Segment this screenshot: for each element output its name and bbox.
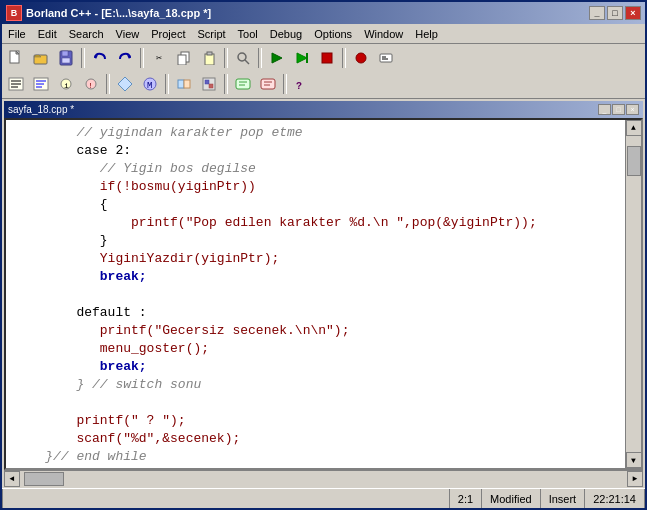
tb-stop[interactable] (315, 47, 339, 69)
menu-tool[interactable]: Tool (232, 24, 264, 43)
document-titlebar: sayfa_18.cpp * _ □ × (4, 101, 643, 118)
tb-undo[interactable] (88, 47, 112, 69)
svg-point-18 (356, 53, 366, 63)
inner-maximize[interactable]: □ (612, 104, 625, 115)
scroll-down-button[interactable]: ▼ (626, 452, 642, 468)
tb2-2[interactable] (29, 73, 53, 95)
scroll-right-button[interactable]: ► (627, 471, 643, 487)
tb2-sep-1 (106, 74, 110, 94)
code-line-16 (14, 394, 617, 412)
tb2-11[interactable] (231, 73, 255, 95)
menu-bar: File Edit Search View Project Script Too… (2, 24, 645, 44)
menu-help[interactable]: Help (409, 24, 444, 43)
code-line-18: scanf("%d",&secenek); (14, 430, 617, 448)
main-window: B Borland C++ - [E:\...\sayfa_18.cpp *] … (0, 0, 647, 510)
menu-window[interactable]: Window (358, 24, 409, 43)
app-icon: B (6, 5, 22, 21)
code-line-9: break; (14, 268, 617, 286)
tb-paste[interactable] (197, 47, 221, 69)
tb-copy[interactable] (172, 47, 196, 69)
svg-marker-14 (272, 53, 282, 63)
svg-rect-37 (178, 80, 184, 88)
menu-view[interactable]: View (110, 24, 146, 43)
menu-project[interactable]: Project (145, 24, 191, 43)
window-title: Borland C++ - [E:\...\sayfa_18.cpp *] (26, 7, 211, 19)
menu-edit[interactable]: Edit (32, 24, 63, 43)
tb-sep-3 (224, 48, 228, 68)
title-bar: B Borland C++ - [E:\...\sayfa_18.cpp *] … (2, 2, 645, 24)
svg-rect-9 (178, 55, 186, 65)
tb-watch[interactable] (374, 47, 398, 69)
tb-sep-5 (342, 48, 346, 68)
code-line-3: // Yigin bos degilse (14, 160, 617, 178)
tb2-3[interactable]: i (54, 73, 78, 95)
tb2-6[interactable]: M (138, 73, 162, 95)
tb-new[interactable] (4, 47, 28, 69)
editor-container: // yigindan karakter pop etme case 2: //… (4, 118, 643, 470)
svg-rect-5 (62, 58, 70, 63)
tb2-13[interactable]: ? (290, 73, 314, 95)
tb2-4[interactable]: ! (79, 73, 103, 95)
status-time: 22:21:14 (585, 489, 645, 508)
tb2-sep-2 (165, 74, 169, 94)
menu-search[interactable]: Search (63, 24, 110, 43)
tb2-1[interactable] (4, 73, 28, 95)
status-insert: Insert (541, 489, 586, 508)
code-editor[interactable]: // yigindan karakter pop etme case 2: //… (6, 120, 625, 468)
code-line-13: menu_goster(); (14, 340, 617, 358)
tb-sep-2 (140, 48, 144, 68)
svg-point-12 (238, 53, 246, 61)
toolbar-row-1: ✂ (4, 45, 643, 71)
tb2-10[interactable] (197, 73, 221, 95)
tb-sep-4 (258, 48, 262, 68)
tb-compile[interactable] (265, 47, 289, 69)
svg-marker-15 (297, 53, 307, 63)
menu-debug[interactable]: Debug (264, 24, 308, 43)
tb2-9[interactable] (172, 73, 196, 95)
horizontal-scrollbar[interactable]: ◄ ► (4, 470, 643, 486)
code-line-19: }// end while (14, 448, 617, 466)
title-controls: _ □ × (589, 6, 641, 20)
maximize-button[interactable]: □ (607, 6, 623, 20)
tb2-sep-3 (224, 74, 228, 94)
menu-options[interactable]: Options (308, 24, 358, 43)
tb-save[interactable] (54, 47, 78, 69)
svg-rect-10 (205, 54, 214, 65)
svg-rect-11 (207, 52, 212, 55)
hscroll-track[interactable] (20, 471, 627, 486)
tb2-12[interactable] (256, 73, 280, 95)
code-line-2: case 2: (14, 142, 617, 160)
scroll-left-button[interactable]: ◄ (4, 471, 20, 487)
tb-run[interactable] (290, 47, 314, 69)
status-modified: Modified (482, 489, 541, 508)
code-line-7: } (14, 232, 617, 250)
tb-open[interactable] (29, 47, 53, 69)
menu-script[interactable]: Script (191, 24, 231, 43)
tb2-5[interactable] (113, 73, 137, 95)
toolbar-area: ✂ (2, 44, 645, 99)
svg-rect-38 (184, 80, 190, 88)
scroll-up-button[interactable]: ▲ (626, 120, 642, 136)
close-button[interactable]: × (625, 6, 641, 20)
hscroll-thumb[interactable] (24, 472, 64, 486)
tb-search[interactable] (231, 47, 255, 69)
status-empty (2, 489, 450, 508)
toolbar-row-2: i ! M (4, 71, 643, 97)
minimize-button[interactable]: _ (589, 6, 605, 20)
inner-minimize[interactable]: _ (598, 104, 611, 115)
scroll-track[interactable] (626, 136, 641, 452)
code-line-11: default : (14, 304, 617, 322)
code-line-6: printf("Pop edilen karakter %d.\n ",pop(… (14, 214, 617, 232)
tb-breakpoint[interactable] (349, 47, 373, 69)
scroll-thumb[interactable] (627, 146, 641, 176)
tb-cut[interactable]: ✂ (147, 47, 171, 69)
vertical-scrollbar[interactable]: ▲ ▼ (625, 120, 641, 468)
code-line-8: YiginiYazdir(yiginPtr); (14, 250, 617, 268)
code-line-20 (14, 466, 617, 468)
document-title: sayfa_18.cpp * (8, 104, 74, 115)
inner-close[interactable]: × (626, 104, 639, 115)
tb-redo[interactable] (113, 47, 137, 69)
svg-rect-45 (261, 79, 275, 89)
menu-file[interactable]: File (2, 24, 32, 43)
code-line-4: if(!bosmu(yiginPtr)) (14, 178, 617, 196)
